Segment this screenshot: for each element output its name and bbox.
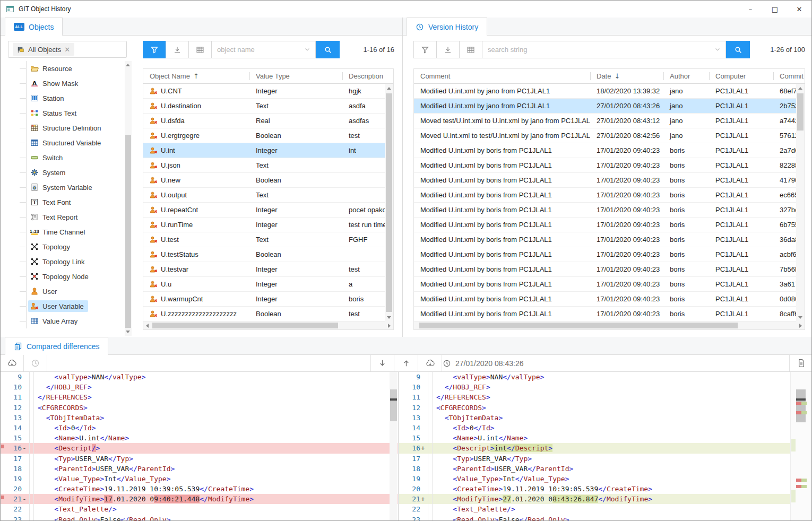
sidebar-item[interactable]: Value Array — [5, 314, 123, 328]
object-row[interactable]: U.new Boolean — [143, 173, 393, 188]
sidebar-item[interactable]: Topology Node — [5, 269, 123, 284]
history-vscrollbar[interactable] — [796, 84, 805, 322]
document-button[interactable] — [789, 355, 812, 371]
column-header-commit[interactable]: Commit — [773, 69, 805, 83]
export-button[interactable] — [436, 41, 460, 58]
object-row[interactable]: U.u Integer a — [143, 277, 393, 292]
sidebar-item[interactable]: Topology — [5, 239, 123, 254]
sidebar-item[interactable]: Structured Variable — [5, 135, 123, 150]
load-left-version-button[interactable] — [1, 355, 24, 371]
scroll-up-icon[interactable] — [798, 87, 802, 90]
scroll-up-icon[interactable] — [126, 64, 130, 66]
sidebar-item[interactable]: Resource — [5, 61, 123, 76]
history-row[interactable]: Modified U.int.xml by boris from PC1JLAL… — [414, 277, 805, 292]
search-button[interactable] — [316, 41, 340, 58]
history-row[interactable]: Modified U.int.xml by boris from PC1JLAL… — [414, 158, 805, 173]
tab-objects[interactable]: ALL Objects — [5, 18, 63, 36]
sidebar-item[interactable]: T Text Font — [5, 195, 123, 210]
filter-button[interactable] — [413, 41, 437, 58]
sidebar-item[interactable]: Structure Definition — [5, 120, 123, 135]
object-row[interactable]: U.test Text FGHF — [143, 232, 393, 247]
scroll-down-icon[interactable] — [387, 316, 391, 319]
object-row[interactable]: U.ergtrgegre Boolean test — [143, 128, 393, 143]
sidebar-item[interactable]: Text Report — [5, 210, 123, 224]
all-objects-chip[interactable]: All Objects ✕ — [13, 43, 74, 56]
scroll-right-icon[interactable] — [799, 324, 802, 328]
history-row[interactable]: Modified U.int.xml by boris from PC1JLAL… — [414, 188, 805, 203]
object-row[interactable]: U.output Text — [143, 188, 393, 203]
scroll-down-icon[interactable] — [798, 316, 802, 319]
object-row[interactable]: U.int Integer int — [143, 143, 393, 158]
sidebar-item[interactable]: 1:23 Time Channel — [5, 224, 123, 239]
object-row[interactable]: U.CNT Integer hgjk — [143, 84, 393, 99]
tab-version-history[interactable]: Version History — [407, 18, 487, 36]
history-row[interactable]: Modified U.int.xml by boris from PC1JLAL… — [414, 218, 805, 232]
load-right-version-button[interactable] — [418, 355, 442, 371]
sidebar-item[interactable]: Station — [5, 91, 123, 106]
object-row[interactable]: U.testvar Integer test — [143, 262, 393, 277]
close-button[interactable]: ✕ — [787, 1, 811, 18]
history-search-input[interactable] — [482, 41, 726, 58]
history-row[interactable]: Modified U.int.xml by boris from PC1JLAL… — [414, 307, 805, 322]
previous-difference-button[interactable] — [394, 355, 418, 371]
history-row[interactable]: Modified U.int.xml by jano from PC1JLAL1… — [414, 84, 805, 99]
history-row[interactable]: Moved test/U.int.xml to U.int.xml by jan… — [414, 114, 805, 128]
history-hscrollbar[interactable] — [414, 322, 805, 329]
sidebar-item[interactable]: A Show Mask — [5, 76, 123, 91]
maximize-button[interactable]: □ — [763, 1, 787, 18]
history-row[interactable]: Modified U.int.xml by boris from PC1JLAL… — [414, 247, 805, 262]
history-row[interactable]: Moved U.int.xml to test/U.int.xml by jan… — [414, 128, 805, 143]
history-row[interactable]: Modified U.int.xml by boris from PC1JLAL… — [414, 232, 805, 247]
column-header-author[interactable]: Author — [663, 69, 709, 83]
history-row[interactable]: Modified U.int.xml by boris from PC1JLAL… — [414, 143, 805, 158]
columns-button[interactable] — [459, 41, 482, 58]
sidebar-item[interactable]: Status Text — [5, 106, 123, 120]
column-header-computer[interactable]: Computer — [709, 69, 773, 83]
column-header-comment[interactable]: Comment — [414, 69, 590, 83]
scroll-right-icon[interactable] — [388, 324, 391, 328]
object-row[interactable]: U.warmupCnt Integer boris — [143, 292, 393, 307]
history-row[interactable]: Modified U.int.xml by boris from PC1JLAL… — [414, 292, 805, 307]
object-row[interactable]: U.runTime Integer test run time — [143, 218, 393, 232]
sidebar-item[interactable]: Topology Link — [5, 254, 123, 269]
scroll-left-icon[interactable] — [146, 324, 149, 328]
column-header-object-name[interactable]: Object Name↑ — [143, 69, 249, 83]
scroll-up-icon[interactable] — [387, 87, 391, 90]
column-header-value-type[interactable]: Value Type — [249, 69, 342, 83]
columns-button[interactable] — [188, 41, 212, 58]
object-row[interactable]: U.testStatus Boolean — [143, 247, 393, 262]
chip-close-icon[interactable]: ✕ — [64, 46, 70, 54]
column-header-description[interactable]: Description — [342, 69, 393, 83]
sidebar-item[interactable]: System — [5, 165, 123, 180]
object-row[interactable]: U.json Text — [143, 158, 393, 173]
object-row[interactable]: U.destination Text asdfa — [143, 99, 393, 114]
export-button[interactable] — [166, 41, 189, 58]
objects-hscrollbar[interactable] — [143, 322, 393, 329]
chevron-down-icon[interactable] — [713, 45, 722, 54]
history-row[interactable]: Modified U.int.xml by boris from PC1JLAL… — [414, 173, 805, 188]
sidebar-item[interactable]: User Variable — [5, 299, 123, 314]
left-version-time-button[interactable] — [24, 355, 47, 371]
sidebar-scrollbar[interactable] — [125, 61, 132, 336]
sidebar-item[interactable]: Switch — [5, 150, 123, 165]
sidebar-item[interactable]: User — [5, 284, 123, 299]
sidebar-item[interactable]: System Variable — [5, 180, 123, 195]
minimize-button[interactable]: – — [738, 1, 763, 18]
filter-button[interactable] — [143, 41, 166, 58]
column-header-date[interactable]: Date↓ — [590, 69, 663, 83]
tab-compared-differences[interactable]: Compared differences — [5, 337, 108, 355]
object-row[interactable]: U.dsfda Real asdfas — [143, 114, 393, 128]
chevron-down-icon[interactable] — [303, 45, 312, 54]
history-row[interactable]: Modified U.int.xml by boris from PC1JLAL… — [414, 262, 805, 277]
history-row[interactable]: Modified U.int.xml by boris from PC1JLAL… — [414, 203, 805, 218]
object-type-filter-box[interactable]: All Objects ✕ — [8, 41, 127, 58]
diff-left-scrollbar[interactable] — [390, 372, 398, 521]
history-row[interactable]: Modified U.int.xml by jano from PC1JLAL1… — [414, 99, 805, 114]
object-row[interactable]: U.repeatCnt Integer pocet opakovani — [143, 203, 393, 218]
next-difference-button[interactable] — [370, 355, 394, 371]
search-button[interactable] — [726, 41, 750, 58]
object-row[interactable]: U.zzzzzzzzzzzzzzzzzzzz Boolean test — [143, 307, 393, 322]
object-name-search-input[interactable] — [211, 41, 316, 58]
scroll-down-icon[interactable] — [126, 331, 130, 333]
objects-vscrollbar[interactable] — [385, 84, 393, 322]
